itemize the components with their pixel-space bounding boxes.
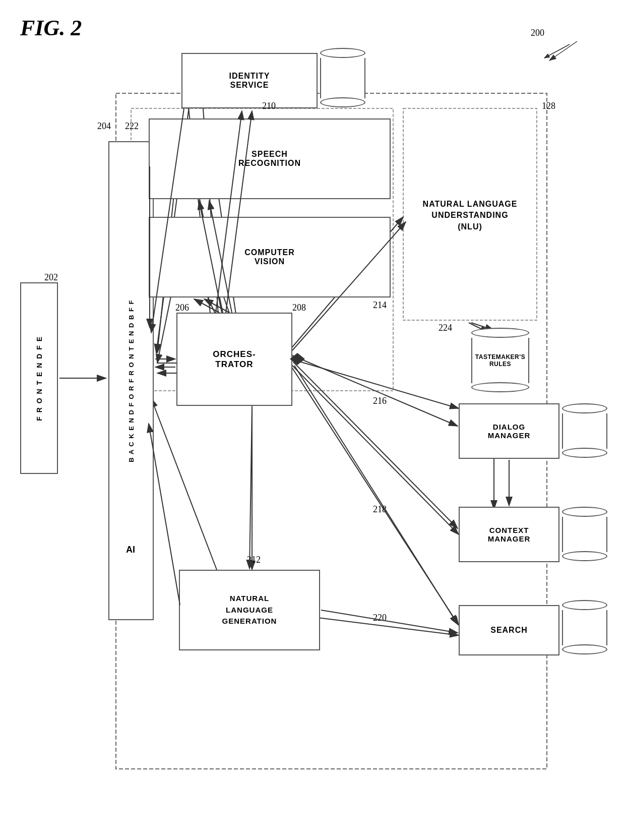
cyl-body-d — [562, 413, 607, 449]
speech-recognition-box: SPEECH RECOGNITION — [149, 118, 391, 199]
nlg-label: NATURAL LANGUAGE GENERATION — [222, 593, 277, 627]
orchestrator-box: ORCHES- TRATOR — [176, 313, 292, 406]
identity-service-label: IDENTITY SERVICE — [229, 72, 270, 90]
computer-vision-box: COMPUTER VISION — [149, 217, 391, 297]
nlu-box: NATURAL LANGUAGE UNDERSTANDING (NLU) — [406, 111, 534, 320]
cyl-bottom-tr — [471, 382, 529, 392]
tastemakers-label: TASTEMAKER'S RULES — [475, 353, 525, 368]
context-db-cylinder — [562, 507, 607, 561]
speech-recognition-label: SPEECH RECOGNITION — [238, 150, 301, 168]
ref-202: 202 — [44, 272, 58, 283]
cyl-bottom-s — [562, 644, 607, 654]
cyl-top — [320, 48, 365, 58]
ref-128: 128 — [542, 101, 555, 111]
identity-service-box: IDENTITY SERVICE — [181, 53, 318, 108]
frontend-fe-label: F R O N T E N D F E — [35, 336, 43, 421]
svg-line-44 — [292, 355, 458, 426]
svg-line-41 — [204, 299, 229, 313]
ref-218: 218 — [373, 504, 387, 515]
ref-208: 208 — [292, 303, 306, 313]
context-manager-label: CONTEXT MANAGER — [488, 526, 531, 543]
search-db-cylinder — [562, 600, 607, 654]
svg-line-30 — [549, 41, 577, 61]
cyl-top-tr — [471, 328, 529, 338]
diagram: FIG. 2 200 — [0, 0, 625, 840]
search-label: SEARCH — [490, 626, 528, 635]
cyl-bottom-d — [562, 448, 607, 458]
nlu-label: NATURAL LANGUAGE UNDERSTANDING (NLU) — [423, 199, 518, 232]
svg-line-46 — [293, 362, 458, 528]
ref-204: 204 — [97, 121, 111, 132]
identity-db-cylinder — [320, 48, 365, 107]
svg-line-40 — [194, 299, 219, 313]
svg-line-48 — [249, 407, 252, 569]
ref-222: 222 — [125, 121, 139, 132]
nlg-box: NATURAL LANGUAGE GENERATION — [179, 570, 320, 650]
svg-line-3 — [544, 44, 570, 58]
cyl-body-s — [562, 610, 607, 645]
search-box: SEARCH — [459, 605, 559, 655]
svg-line-50 — [321, 610, 458, 633]
tastemakers-rules-cylinder: TASTEMAKER'S RULES — [471, 328, 529, 392]
ref-206: 206 — [175, 303, 189, 313]
dialog-db-cylinder — [562, 403, 607, 458]
cyl-top-s — [562, 600, 607, 610]
ref-214: 214 — [373, 300, 387, 311]
svg-line-26 — [151, 398, 217, 570]
ref-224: 224 — [439, 323, 452, 333]
computer-vision-label: COMPUTER VISION — [244, 248, 295, 266]
orchestrator-label: ORCHES- TRATOR — [213, 349, 256, 370]
ref-220: 220 — [373, 613, 387, 623]
figure-label: FIG. 2 — [20, 15, 82, 41]
cyl-top-c — [562, 507, 607, 517]
ref-200: 200 — [531, 28, 544, 38]
cyl-top-d — [562, 403, 607, 413]
ref-212: 212 — [247, 555, 261, 565]
context-manager-box: CONTEXT MANAGER — [459, 507, 559, 562]
cyl-bottom-c — [562, 551, 607, 561]
cyl-body-c — [562, 517, 607, 552]
cyl-body-tr: TASTEMAKER'S RULES — [471, 338, 529, 383]
ai-label: AI — [126, 545, 135, 555]
cyl-body — [320, 58, 365, 98]
dialog-manager-label: DIALOG MANAGER — [488, 423, 531, 440]
ref-210: 210 — [262, 101, 276, 111]
ref-216: 216 — [373, 396, 387, 406]
cyl-bottom — [320, 97, 365, 107]
backend-bff-label: B A C K E N D F O R F R O N T E N D B F … — [128, 299, 135, 462]
frontend-fe-box: F R O N T E N D F E — [20, 282, 58, 474]
dialog-manager-box: DIALOG MANAGER — [459, 403, 559, 459]
